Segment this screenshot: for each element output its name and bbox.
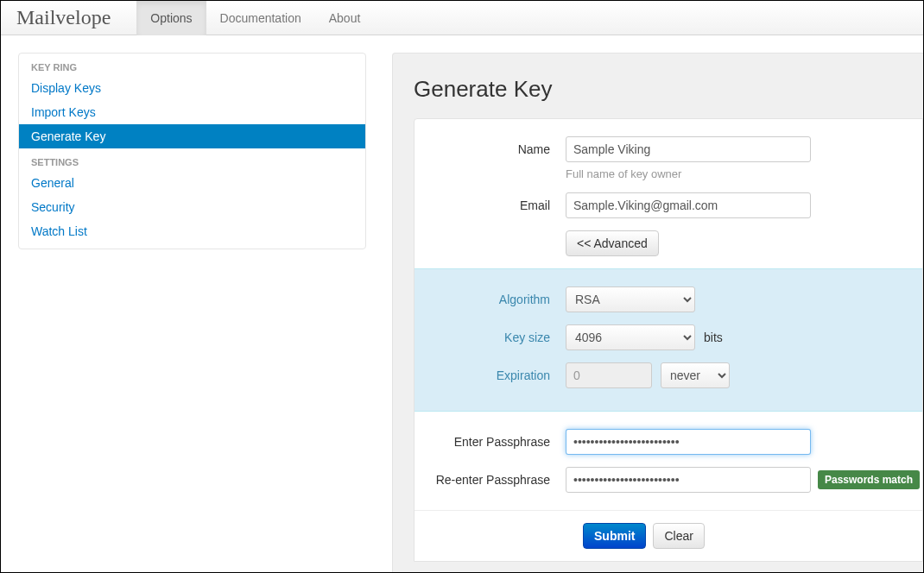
keysize-unit: bits [704,331,723,344]
passphrase-label: Enter Passphrase [432,435,566,449]
advanced-toggle-button[interactable]: << Advanced [566,230,659,256]
expiration-unit-select[interactable]: never [661,362,730,388]
expiration-label: Expiration [432,368,566,382]
brand-logo: Mailvelope [16,6,111,29]
name-input[interactable] [566,136,811,162]
main-panel: Generate Key Name Full name of key owner… [392,53,923,572]
sidebar-item-generate-key[interactable]: Generate Key [19,124,365,148]
email-label: Email [432,198,566,212]
name-label: Name [432,142,566,156]
passwords-match-badge: Passwords match [818,470,920,489]
expiration-input [566,362,652,388]
passphrase-confirm-label: Re-enter Passphrase [432,473,566,487]
clear-button[interactable]: Clear [653,523,704,549]
algorithm-select[interactable]: RSA [566,286,695,312]
top-navbar: Mailvelope OptionsDocumentationAbout [1,1,923,35]
nav-options[interactable]: Options [136,1,206,35]
generate-key-form: Name Full name of key owner Email << Adv… [414,118,923,562]
submit-button[interactable]: Submit [583,523,646,549]
nav-about[interactable]: About [315,1,375,35]
sidebar-header: Settings [19,148,365,171]
advanced-panel: Algorithm RSA Key size 4096 bits Expirat [415,268,922,412]
sidebar-item-display-keys[interactable]: Display Keys [19,76,365,100]
passphrase-confirm-input[interactable] [566,467,811,493]
sidebar-header: Key Ring [19,54,365,76]
divider [415,510,922,511]
keysize-select[interactable]: 4096 [566,324,695,350]
keysize-label: Key size [432,331,566,344]
sidebar-item-import-keys[interactable]: Import Keys [19,100,365,124]
email-input[interactable] [566,192,811,218]
name-help-text: Full name of key owner [566,167,681,180]
sidebar-item-security[interactable]: Security [19,195,365,219]
sidebar-item-general[interactable]: General [19,171,365,195]
page-title: Generate Key [414,76,923,103]
sidebar-item-watch-list[interactable]: Watch List [19,219,365,243]
nav-documentation[interactable]: Documentation [206,1,315,35]
passphrase-input[interactable] [566,429,811,455]
sidebar: Key RingDisplay KeysImport KeysGenerate … [18,53,366,249]
algorithm-label: Algorithm [432,293,566,306]
